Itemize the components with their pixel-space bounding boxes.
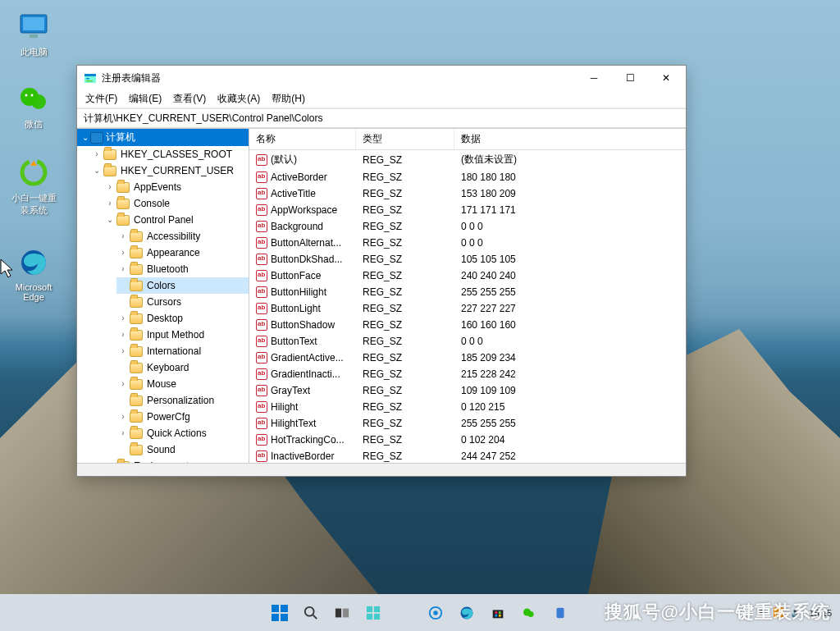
registry-value-row[interactable]: ButtonFaceREG_SZ240 240 240: [249, 267, 686, 284]
desktop-icon-wechat[interactable]: 微信: [8, 82, 59, 130]
tree-node[interactable]: ⌄Control Panel: [103, 212, 249, 228]
registry-value-row[interactable]: ButtonShadowREG_SZ160 160 160: [249, 317, 686, 333]
reg-string-icon: [256, 352, 267, 364]
svg-rect-22: [374, 606, 380, 611]
menu-file[interactable]: 文件(F): [80, 90, 122, 107]
desktop-icon-label: 小白一键重装系统: [8, 192, 59, 217]
app-taskbar-button[interactable]: [549, 601, 572, 624]
col-type[interactable]: 类型: [356, 129, 454, 149]
svg-rect-30: [499, 611, 501, 614]
desktop-icon-label: 此电脑: [8, 46, 59, 58]
tray-chevron-icon[interactable]: ˄: [746, 607, 751, 618]
tree-node[interactable]: ›AppEvents: [103, 179, 249, 195]
registry-value-row[interactable]: ButtonAlternat...REG_SZ0 0 0: [249, 235, 686, 251]
reg-string-icon: [256, 336, 267, 347]
tray-volume-icon[interactable]: 🔊: [791, 607, 802, 618]
settings-button[interactable]: [424, 601, 447, 624]
svg-point-6: [31, 94, 34, 97]
tree-node[interactable]: ›Mouse: [116, 376, 249, 392]
tree-node[interactable]: ›Appearance: [116, 245, 249, 261]
registry-value-row[interactable]: HilightTextREG_SZ255 255 255: [249, 415, 686, 432]
reg-string-icon: [256, 450, 267, 462]
registry-value-row[interactable]: AppWorkspaceREG_SZ171 171 171: [249, 202, 686, 218]
registry-value-row[interactable]: ActiveBorderREG_SZ180 180 180: [249, 169, 686, 185]
taskview-button[interactable]: [331, 601, 354, 624]
tree-hkcr[interactable]: ›HKEY_CLASSES_ROOT: [90, 146, 249, 162]
search-button[interactable]: [299, 601, 322, 624]
tree-node[interactable]: Colors: [116, 277, 249, 294]
reg-string-icon: [256, 188, 267, 199]
horizontal-scrollbar[interactable]: [77, 463, 686, 476]
widgets-button[interactable]: [362, 601, 385, 624]
registry-value-row[interactable]: GradientActive...REG_SZ185 209 234: [249, 350, 686, 366]
system-tray[interactable]: ˄ 中 📶 🔊 15:15: [746, 606, 832, 619]
tree-node[interactable]: ›Accessibility: [116, 228, 249, 245]
col-name[interactable]: 名称: [249, 129, 356, 149]
registry-value-row[interactable]: ActiveTitleREG_SZ153 180 209: [249, 185, 686, 202]
tree-node[interactable]: ›Desktop: [116, 310, 249, 327]
reg-string-icon: [256, 204, 267, 216]
taskbar[interactable]: ˄ 中 📶 🔊 15:15: [0, 594, 840, 631]
desktop-icon-edge[interactable]: Microsoft Edge: [8, 246, 59, 302]
tree-node[interactable]: ›Bluetooth: [116, 261, 249, 277]
reg-string-icon: [256, 368, 267, 380]
desktop-icon-xiaobai[interactable]: 小白一键重装系统: [8, 156, 59, 217]
registry-value-row[interactable]: GradientInacti...REG_SZ215 228 242: [249, 366, 686, 382]
menu-edit[interactable]: 编辑(E): [124, 90, 167, 107]
menu-view[interactable]: 查看(V): [168, 90, 211, 107]
svg-rect-23: [367, 613, 372, 619]
minimize-button[interactable]: ─: [576, 66, 612, 90]
list-header[interactable]: 名称 类型 数据: [249, 129, 686, 150]
values-pane[interactable]: 名称 类型 数据 (默认)REG_SZ(数值未设置)ActiveBorderRE…: [249, 129, 686, 463]
tree-node[interactable]: Personalization: [116, 392, 249, 409]
registry-value-row[interactable]: ButtonTextREG_SZ0 0 0: [249, 333, 686, 350]
tree-node[interactable]: Cursors: [116, 294, 249, 310]
tray-time[interactable]: 15:15: [809, 608, 832, 618]
registry-value-row[interactable]: InactiveBorderREG_SZ244 247 252: [249, 448, 686, 463]
registry-editor-window: 注册表编辑器 ─ ☐ ✕ 文件(F) 编辑(E) 查看(V) 收藏夹(A) 帮助…: [76, 65, 687, 477]
svg-rect-1: [23, 17, 44, 30]
tray-ime-icon[interactable]: 中: [757, 606, 766, 619]
registry-value-row[interactable]: ButtonDkShad...REG_SZ105 105 105: [249, 251, 686, 267]
svg-point-34: [528, 611, 534, 617]
tree-root[interactable]: ⌄计算机: [77, 129, 249, 146]
tree-node[interactable]: Keyboard: [116, 359, 249, 376]
col-data[interactable]: 数据: [454, 129, 686, 149]
pc-icon: [17, 10, 50, 43]
registry-value-row[interactable]: (默认)REG_SZ(数值未设置): [249, 150, 686, 169]
tree-node[interactable]: ›Quick Actions: [116, 425, 249, 441]
tray-network-icon[interactable]: 📶: [773, 607, 784, 618]
explorer-button[interactable]: [393, 601, 416, 624]
maximize-button[interactable]: ☐: [612, 66, 648, 90]
close-button[interactable]: ✕: [648, 66, 684, 90]
edge-taskbar-button[interactable]: [455, 601, 478, 624]
address-bar[interactable]: 计算机\HKEY_CURRENT_USER\Control Panel\Colo…: [77, 108, 686, 128]
reg-string-icon: [256, 286, 267, 298]
tree-node[interactable]: ›Environment: [103, 458, 249, 463]
tree-node[interactable]: ›Console: [103, 195, 249, 212]
registry-value-row[interactable]: ButtonHilightREG_SZ255 255 255: [249, 284, 686, 300]
wechat-icon: [17, 82, 50, 115]
start-button[interactable]: [268, 601, 291, 624]
reg-string-icon: [256, 254, 267, 265]
tree-node[interactable]: ›PowerCfg: [116, 409, 249, 425]
svg-rect-19: [336, 608, 341, 617]
menu-favorites[interactable]: 收藏夹(A): [212, 90, 265, 107]
tree-hkcu[interactable]: ⌄HKEY_CURRENT_USER: [90, 162, 249, 179]
tree-node[interactable]: ›Input Method: [116, 327, 249, 343]
desktop-icon-this-pc[interactable]: 此电脑: [8, 10, 59, 58]
tree-node[interactable]: ›International: [116, 343, 249, 359]
registry-value-row[interactable]: BackgroundREG_SZ0 0 0: [249, 218, 686, 235]
svg-rect-35: [557, 607, 564, 618]
tree-pane[interactable]: ⌄计算机 ›HKEY_CLASSES_ROOT ⌄HKEY_CURRENT_US…: [77, 129, 249, 463]
registry-value-row[interactable]: HotTrackingCo...REG_SZ0 102 204: [249, 432, 686, 448]
titlebar[interactable]: 注册表编辑器 ─ ☐ ✕: [77, 66, 686, 90]
registry-value-row[interactable]: HilightREG_SZ0 120 215: [249, 399, 686, 415]
registry-value-row[interactable]: ButtonLightREG_SZ227 227 227: [249, 300, 686, 317]
registry-value-row[interactable]: GrayTextREG_SZ109 109 109: [249, 382, 686, 399]
tree-node[interactable]: Sound: [116, 441, 249, 458]
menu-help[interactable]: 帮助(H): [267, 90, 310, 107]
svg-rect-12: [86, 80, 93, 82]
wechat-taskbar-button[interactable]: [518, 601, 541, 624]
store-button[interactable]: [486, 601, 509, 624]
